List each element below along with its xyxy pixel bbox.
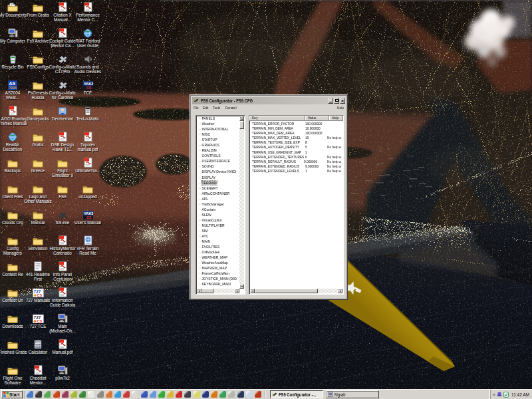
svg-text:727: 727: [33, 315, 41, 320]
svg-text:7004: 7004: [9, 86, 17, 90]
svg-text:YAK3: YAK3: [83, 82, 92, 86]
svg-text:727: 727: [33, 289, 41, 294]
svg-text:YAK3: YAK3: [83, 211, 92, 215]
svg-text:CS: CS: [37, 319, 42, 323]
svg-text:CS: CS: [37, 293, 42, 297]
svg-text:CS: CS: [86, 86, 91, 90]
svg-text:CS: CS: [86, 215, 91, 219]
